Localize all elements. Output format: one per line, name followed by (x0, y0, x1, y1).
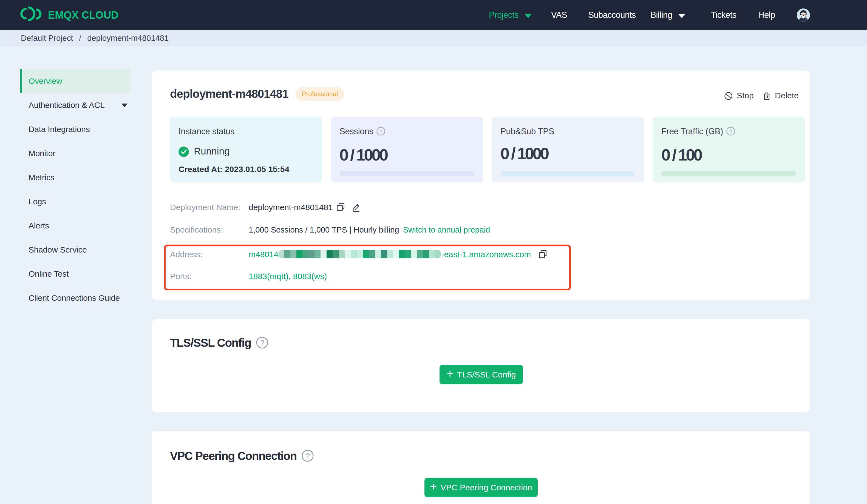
svg-text:?: ? (729, 129, 732, 134)
svg-text:?: ? (260, 339, 264, 347)
svg-text:?: ? (306, 452, 310, 460)
svg-text:?: ? (379, 129, 382, 134)
